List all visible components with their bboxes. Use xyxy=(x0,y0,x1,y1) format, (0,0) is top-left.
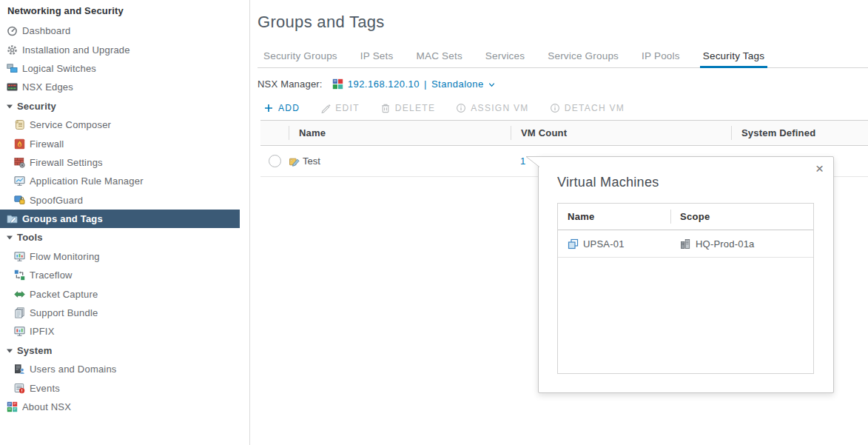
row-radio-button[interactable] xyxy=(269,155,281,167)
sidebar-item-service-composer[interactable]: Service Composer xyxy=(0,116,240,134)
sidebar-item-spoofguard[interactable]: SpoofGuard xyxy=(0,191,240,210)
info-circle-icon xyxy=(550,103,560,113)
sidebar-item-support-bundle[interactable]: Support Bundle xyxy=(0,304,240,322)
row-selector-cell xyxy=(260,155,289,167)
users-domains-icon xyxy=(14,364,25,375)
plus-icon xyxy=(263,103,274,113)
caret-down-icon xyxy=(6,101,13,112)
sidebar-item-label: System xyxy=(17,345,52,356)
nsx-manager-icon xyxy=(332,78,343,90)
sidebar-item-label: Packet Capture xyxy=(30,289,98,300)
sidebar-item-users-and-domains[interactable]: Users and Domains xyxy=(0,360,240,378)
close-icon[interactable]: × xyxy=(815,161,824,176)
sidebar-item-installation-and-upgrade[interactable]: Installation and Upgrade xyxy=(0,40,240,58)
packet-capture-icon xyxy=(14,289,25,300)
sidebar-item-dashboard[interactable]: Dashboard xyxy=(0,21,240,40)
nsx-manager-address: 192.168.120.10 xyxy=(348,78,420,90)
toolbar-button-label: ADD xyxy=(278,103,300,113)
column-header-vm-count[interactable]: VM Count xyxy=(511,121,731,145)
sidebar-nav: DashboardInstallation and UpgradeLogical… xyxy=(0,21,240,416)
vm-column-header-scope[interactable]: Scope xyxy=(670,204,813,230)
vm-table: NameScope UPSA-01HQ-Prod-01a xyxy=(557,203,814,374)
dashboard-icon xyxy=(7,25,18,36)
nsx-manager-selector[interactable]: 192.168.120.10 | Standalone xyxy=(348,78,496,90)
support-bundle-icon xyxy=(14,307,25,318)
sidebar-item-label: Tools xyxy=(17,232,43,243)
info-circle-icon xyxy=(456,103,466,113)
vm-count-link[interactable]: 1 xyxy=(511,155,525,167)
assign-vm-button[interactable]: ASSIGN VM xyxy=(456,103,528,113)
sidebar-item-label: Firewall xyxy=(30,138,64,150)
sidebar-item-packet-capture[interactable]: Packet Capture xyxy=(0,284,240,303)
sidebar-item-label: Security xyxy=(17,101,56,112)
service-composer-icon xyxy=(14,119,25,130)
tab-services[interactable]: Services xyxy=(480,47,531,67)
popup-title: Virtual Machines xyxy=(557,175,659,190)
about-nsx-icon xyxy=(7,401,18,412)
nsx-manager-label: NSX Manager: xyxy=(258,78,323,90)
trash-icon xyxy=(380,103,391,113)
events-icon xyxy=(14,383,25,394)
vm-name-cell: UPSA-01 xyxy=(558,238,670,250)
tag-name-cell: Test xyxy=(289,155,511,167)
logical-switches-icon xyxy=(7,63,18,74)
column-header-system-defined[interactable]: System Defined xyxy=(731,121,868,145)
caret-down-icon xyxy=(6,232,13,243)
sidebar-item-security[interactable]: Security xyxy=(0,97,240,116)
tab-security-groups[interactable]: Security Groups xyxy=(258,47,343,67)
datacenter-icon xyxy=(680,238,691,250)
sidebar-item-label: Application Rule Manager xyxy=(30,175,144,187)
virtual-machines-popup: × Virtual Machines NameScope UPSA-01HQ-P… xyxy=(538,156,834,393)
vm-icon xyxy=(568,238,579,250)
sidebar-item-tools[interactable]: Tools xyxy=(0,228,240,247)
tab-service-groups[interactable]: Service Groups xyxy=(542,47,625,67)
sidebar-item-system[interactable]: System xyxy=(0,341,240,360)
sidebar-item-label: Events xyxy=(30,383,60,394)
spoofguard-icon xyxy=(14,195,25,206)
popup-callout-arrow xyxy=(526,156,539,168)
firewall-icon xyxy=(14,138,25,150)
sidebar-item-label: NSX Edges xyxy=(22,81,73,93)
nsx-manager-mode: Standalone xyxy=(431,78,484,90)
vm-table-body: UPSA-01HQ-Prod-01a xyxy=(558,230,813,258)
sidebar-item-groups-and-tags[interactable]: Groups and Tags xyxy=(0,210,240,228)
nsx-manager-row: NSX Manager: 192.168.120.10 | Standalone xyxy=(258,76,496,92)
vm-scope: HQ-Prod-01a xyxy=(696,238,755,250)
column-header-name[interactable]: Name xyxy=(289,121,511,145)
sidebar-item-label: Firewall Settings xyxy=(30,157,103,168)
tab-ip-pools[interactable]: IP Pools xyxy=(636,47,686,67)
sidebar-item-ipfix[interactable]: IPFIX xyxy=(0,322,240,341)
flow-monitoring-icon xyxy=(14,251,25,262)
sidebar-item-label: Flow Monitoring xyxy=(30,251,100,262)
toolbar-button-label: DELETE xyxy=(395,103,435,113)
vm-name: UPSA-01 xyxy=(583,238,625,250)
sidebar-item-application-rule-manager[interactable]: Application Rule Manager xyxy=(0,172,240,190)
add-button[interactable]: ADD xyxy=(263,103,300,113)
sidebar-item-label: Support Bundle xyxy=(30,307,98,318)
tab-mac-sets[interactable]: MAC Sets xyxy=(410,47,468,67)
sidebar-item-firewall[interactable]: Firewall xyxy=(0,134,240,153)
sidebar-item-traceflow[interactable]: Traceflow xyxy=(0,266,240,284)
sidebar-item-nsx-edges[interactable]: NSX Edges xyxy=(0,78,240,96)
sidebar-item-firewall-settings[interactable]: Firewall Settings xyxy=(0,153,240,172)
caret-down-icon xyxy=(6,345,13,356)
tab-security-tags[interactable]: Security Tags xyxy=(697,47,770,67)
vm-column-header-name[interactable]: Name xyxy=(558,204,670,230)
tab-ip-sets[interactable]: IP Sets xyxy=(354,47,400,67)
sidebar-item-events[interactable]: Events xyxy=(0,378,240,397)
sidebar-item-flow-monitoring[interactable]: Flow Monitoring xyxy=(0,247,240,266)
pencil-icon xyxy=(320,103,331,113)
tab-bar: Security GroupsIP SetsMAC SetsServicesSe… xyxy=(258,47,868,68)
security-tag-icon xyxy=(289,155,300,167)
detach-vm-button[interactable]: DETACH VM xyxy=(550,103,625,113)
sidebar-item-logical-switches[interactable]: Logical Switches xyxy=(0,59,240,78)
firewall-settings-icon xyxy=(14,157,25,168)
page-title: Groups and Tags xyxy=(258,13,385,32)
sidebar-item-label: Traceflow xyxy=(30,270,73,281)
delete-button[interactable]: DELETE xyxy=(380,103,435,113)
column-header-selector xyxy=(260,121,289,145)
vm-scope-cell: HQ-Prod-01a xyxy=(670,238,813,250)
edit-button[interactable]: EDIT xyxy=(320,103,360,113)
sidebar-item-about-nsx[interactable]: About NSX xyxy=(0,398,240,416)
sidebar-item-label: Logical Switches xyxy=(22,63,96,74)
